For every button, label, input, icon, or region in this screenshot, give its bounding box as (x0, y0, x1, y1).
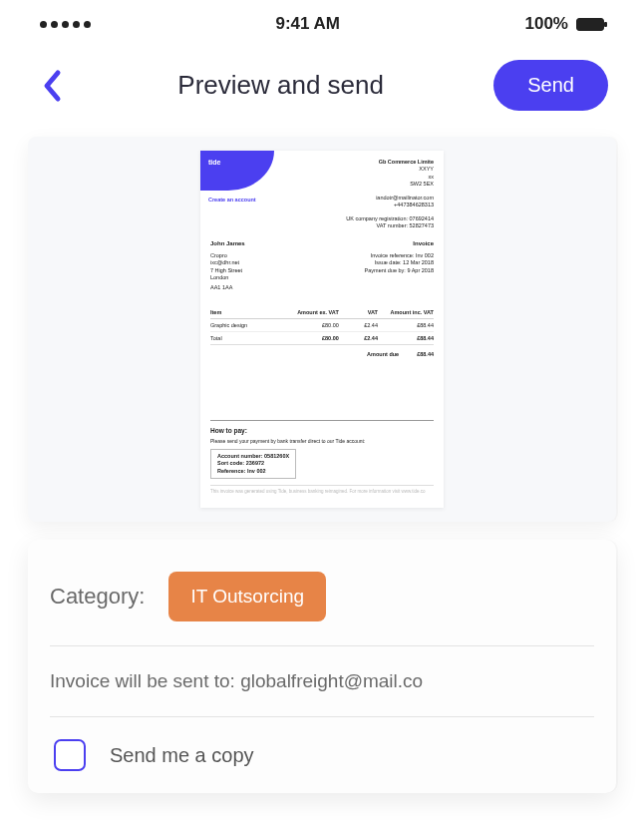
form-card: Category: IT Outsorcing Invoice will be … (28, 540, 616, 793)
category-chip[interactable]: IT Outsorcing (168, 572, 326, 621)
how-to-pay: How to pay: Please send your payment by … (210, 420, 434, 494)
page-title: Preview and send (177, 70, 384, 101)
brand-logo: tide (200, 151, 274, 191)
invoice-meta-block: Invoice Invoice reference: Inv 002 Issue… (365, 239, 434, 292)
chevron-left-icon (42, 69, 62, 103)
category-row: Category: IT Outsorcing (50, 564, 594, 646)
send-copy-label: Send me a copy (110, 744, 254, 767)
send-to-email: globalfreight@mail.co (240, 670, 423, 691)
header: Preview and send Send (0, 48, 644, 137)
invoice-sheet[interactable]: tide Create an account Gb Commerce Limit… (200, 151, 444, 508)
company-block: Gb Commerce Limite XXYY xx SW2 5EX iando… (346, 151, 444, 229)
amount-due: Amount due £88.44 (200, 345, 444, 357)
status-bar: 9:41 AM 100% (0, 0, 644, 48)
bill-to-block: John James Cropro ixc@dhr.net 7 High Str… (210, 239, 245, 292)
battery-percent: 100% (525, 14, 568, 34)
send-to-label: Invoice will be sent to: (50, 670, 240, 691)
status-time: 9:41 AM (275, 14, 340, 34)
invoice-preview-card: tide Create an account Gb Commerce Limit… (28, 137, 616, 522)
send-copy-checkbox[interactable] (54, 739, 86, 771)
back-button[interactable] (36, 66, 68, 106)
category-label: Category: (50, 584, 145, 610)
create-account-link: Create an account (208, 197, 274, 203)
send-button[interactable]: Send (493, 60, 608, 111)
invoice-table: Item Amount ex. VAT VAT Amount inc. VAT … (210, 306, 434, 345)
battery-icon (576, 18, 604, 31)
send-to-row: Invoice will be sent to: globalfreight@m… (50, 646, 594, 717)
signal-dots (40, 21, 91, 28)
